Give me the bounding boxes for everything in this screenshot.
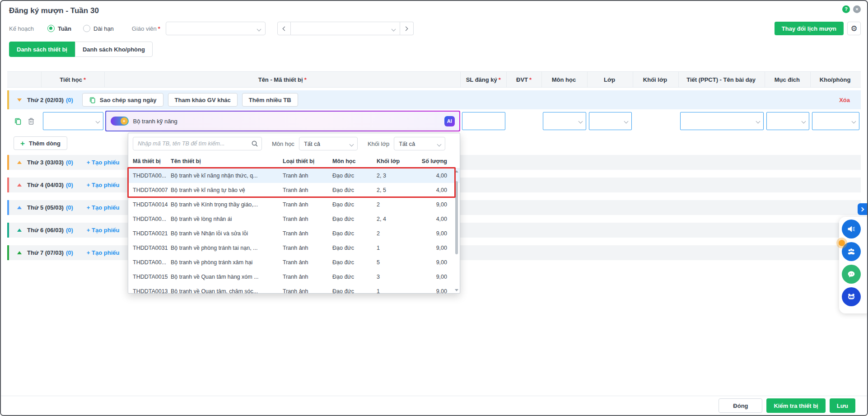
assistant-bot-button[interactable] bbox=[842, 287, 861, 306]
community-button[interactable] bbox=[842, 242, 861, 261]
close-button[interactable]: Đóng bbox=[719, 398, 762, 413]
column-header: Mã thiết bị bbox=[133, 158, 171, 164]
ai-badge[interactable]: AI bbox=[444, 116, 455, 126]
plan-radio-option[interactable]: Tuần bbox=[47, 25, 71, 32]
check-devices-button[interactable]: Kiểm tra thiết bị bbox=[766, 398, 825, 413]
day-label: Thứ 6 (06/03) bbox=[27, 227, 64, 234]
device-quantity-cell: 4,00 bbox=[413, 173, 447, 179]
subject-filter-select[interactable]: Tất cả bbox=[299, 137, 358, 150]
chevron-right-icon bbox=[404, 26, 408, 31]
dropdown-scrollbar[interactable] bbox=[454, 169, 459, 292]
plan-label: Kế hoạch bbox=[9, 25, 34, 32]
device-grades-cell: 2 bbox=[377, 230, 413, 237]
duplicate-row-icon[interactable] bbox=[14, 117, 22, 125]
week-select[interactable] bbox=[291, 22, 400, 35]
device-option-row[interactable]: THDDTA0031 Bộ tranh về phòng tránh tai n… bbox=[128, 241, 460, 255]
device-name-cell: Bộ tranh về Nhận lỗi và sửa lỗi bbox=[171, 230, 283, 237]
chevron-down-icon bbox=[624, 119, 629, 124]
quantity-input[interactable] bbox=[462, 112, 505, 130]
device-search-value: Bộ tranh kỹ năng bbox=[133, 118, 177, 125]
day-count: (0) bbox=[66, 159, 73, 166]
radio-icon[interactable] bbox=[83, 25, 90, 32]
next-week-button[interactable] bbox=[400, 22, 414, 35]
purpose-select[interactable] bbox=[766, 112, 809, 130]
create-ticket-link[interactable]: + Tạo phiếu bbox=[87, 249, 120, 256]
expand-icon[interactable] bbox=[17, 161, 22, 164]
add-multiple-devices-button[interactable]: Thêm nhiều TB bbox=[242, 93, 298, 107]
chevron-down-icon bbox=[257, 27, 261, 32]
save-button[interactable]: Lưu bbox=[830, 398, 855, 413]
previous-week-button[interactable] bbox=[277, 22, 291, 35]
device-option-row[interactable]: THDDTA0007 Bộ tranh về kĩ năng tự bảo vệ… bbox=[128, 183, 460, 197]
delete-row-icon[interactable] bbox=[28, 117, 35, 125]
class-select[interactable] bbox=[589, 112, 632, 130]
device-option-row[interactable]: THDDTA0021 Bộ tranh về Nhận lỗi và sửa l… bbox=[128, 226, 460, 241]
plan-radio-option[interactable]: Dài hạn bbox=[83, 25, 114, 32]
collapse-panel-tab[interactable] bbox=[858, 203, 867, 215]
create-ticket-link[interactable]: + Tạo phiếu bbox=[87, 227, 120, 234]
scroll-up-icon[interactable] bbox=[455, 170, 458, 173]
tab[interactable]: Danh sách Kho/phòng bbox=[75, 42, 153, 57]
settings-button[interactable]: ⚙ bbox=[847, 22, 861, 35]
tab[interactable]: Danh sách thiết bị bbox=[9, 42, 75, 57]
title-icons: ? × bbox=[842, 5, 861, 13]
day-count: (0) bbox=[66, 249, 73, 256]
day-count: (0) bbox=[66, 182, 73, 188]
device-option-row[interactable]: THDDTA00... Bộ tranh về kĩ năng nhận thứ… bbox=[128, 168, 460, 183]
device-type-cell: Tranh ảnh bbox=[283, 245, 332, 251]
copy-to-day-button[interactable]: Sao chép sang ngày bbox=[82, 93, 163, 107]
ai-suggest-toggle[interactable] bbox=[111, 117, 129, 126]
radio-icon[interactable] bbox=[47, 25, 55, 32]
scrollbar-thumb[interactable] bbox=[455, 181, 458, 254]
device-code-cell: THDDTA00... bbox=[133, 216, 171, 222]
help-icon[interactable]: ? bbox=[842, 5, 850, 13]
expand-icon[interactable] bbox=[17, 206, 22, 209]
device-quantity-cell: 4,00 bbox=[413, 187, 447, 193]
device-search-input[interactable] bbox=[133, 137, 262, 150]
create-ticket-link[interactable]: + Tạo phiếu bbox=[87, 204, 120, 211]
tab-label: Danh sách thiết bị bbox=[17, 46, 67, 53]
device-type-cell: Tranh ảnh bbox=[283, 230, 332, 237]
create-ticket-link[interactable]: + Tạo phiếu bbox=[87, 182, 120, 188]
delete-day-link[interactable]: Xóa bbox=[839, 97, 861, 103]
device-search-box bbox=[133, 137, 262, 150]
device-option-row[interactable]: THDDTA0014 Bộ tranh về Kính trọng thầy g… bbox=[128, 197, 460, 212]
device-subject-cell: Đạo đức bbox=[332, 274, 377, 280]
create-ticket-link[interactable]: + Tạo phiếu bbox=[87, 159, 120, 166]
expand-icon[interactable] bbox=[17, 183, 22, 187]
device-option-row[interactable]: THDDTA00... Bộ tranh về phòng tránh xâm … bbox=[128, 255, 460, 270]
teacher-select[interactable] bbox=[166, 22, 266, 35]
column-header: Tên - Mã thiết bị* bbox=[105, 72, 461, 87]
people-icon bbox=[846, 247, 856, 257]
device-quantity-cell: 9,00 bbox=[413, 259, 447, 266]
tab-bar: Danh sách thiết bịDanh sách Kho/phòng bbox=[9, 42, 867, 57]
reference-other-teacher-button[interactable]: Tham khảo GV khác bbox=[168, 93, 238, 107]
room-select[interactable] bbox=[812, 112, 859, 130]
subject-select[interactable] bbox=[543, 112, 586, 130]
dropdown-filter-bar: Môn học Tất cả Khối lớp Tất cả bbox=[128, 133, 460, 154]
device-type-cell: Tranh ảnh bbox=[283, 288, 332, 294]
device-grades-cell: 1 bbox=[377, 245, 413, 251]
chat-support-button[interactable] bbox=[842, 265, 861, 284]
grade-filter-select[interactable]: Tất cả bbox=[394, 137, 445, 150]
expand-icon[interactable] bbox=[17, 229, 22, 232]
scroll-down-icon[interactable] bbox=[455, 289, 458, 291]
day-count: (0) bbox=[66, 227, 73, 234]
expand-icon[interactable] bbox=[17, 251, 22, 254]
device-option-row[interactable]: THDDTA0015 Bộ tranh về Quan tâm hàng xóm… bbox=[128, 270, 460, 284]
day-row-monday[interactable]: Thứ 2 (02/03) (0) Sao chép sang ngày Tha… bbox=[7, 90, 861, 109]
search-icon[interactable] bbox=[251, 140, 258, 147]
column-header: Mục đích bbox=[765, 72, 811, 87]
lesson-select[interactable] bbox=[680, 112, 764, 130]
subject-filter-label: Môn học bbox=[272, 140, 294, 147]
device-option-row[interactable]: THDDTA0013 Bộ tranh về Quan tâm, chăm só… bbox=[128, 284, 460, 294]
change-schedule-button[interactable]: Thay đổi lịch mượn bbox=[775, 22, 844, 35]
close-icon[interactable]: × bbox=[853, 5, 861, 13]
device-option-row[interactable]: THDDTA00... Bộ tranh về lòng nhân ái Tra… bbox=[128, 212, 460, 226]
collapse-icon[interactable] bbox=[17, 98, 22, 102]
add-row-button[interactable]: + Thêm dòng bbox=[14, 136, 67, 150]
device-type-cell: Tranh ảnh bbox=[283, 216, 332, 222]
period-select[interactable] bbox=[43, 112, 103, 130]
device-search-field[interactable]: Bộ tranh kỹ năng AI bbox=[105, 111, 460, 131]
announcement-button[interactable] bbox=[842, 220, 861, 238]
